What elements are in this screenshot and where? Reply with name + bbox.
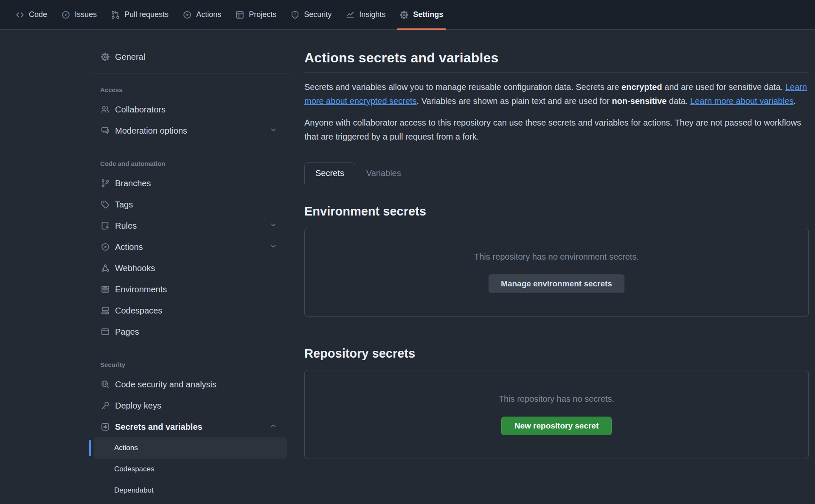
graph-icon [346,11,354,19]
sidebar-item-label: Code security and analysis [115,380,216,389]
sidebar-item-general[interactable]: General [89,46,287,67]
sidebar-divider [89,73,294,73]
sidebar-section-title-security: Security [88,355,294,374]
emphasized-text: encrypted [621,82,662,92]
inline-link[interactable]: Learn more about variables [690,96,793,106]
tag-icon [101,200,110,209]
nav-tab-label: Actions [196,10,221,19]
sidebar-subitem-actions[interactable]: Actions [89,437,287,459]
sidebar-divider [89,348,294,348]
tab-secrets[interactable]: Secrets [304,162,355,184]
sidebar-item-label: Moderation options [115,126,187,136]
sidebar-item-label: Rules [115,221,137,231]
sidebar-item-webhooks[interactable]: Webhooks [89,258,287,279]
code-scan-icon [101,380,110,389]
sidebar-item-moderation-options[interactable]: Moderation options [89,120,287,141]
sidebar-item-secrets-and-variables[interactable]: Secrets and variables [89,416,287,437]
nav-tab-label: Security [304,10,332,19]
nav-tab-actions[interactable]: Actions [176,0,228,29]
sidebar-item-label: Webhooks [115,263,155,273]
issue-opened-icon [62,11,70,19]
code-icon [16,11,24,19]
webhook-icon [101,264,110,272]
nav-tab-label: Code [29,10,47,19]
emphasized-text: non-sensitive [612,96,667,106]
environment-secrets-empty-text: This repository has no environment secre… [474,252,639,262]
sidebar-item-environments[interactable]: Environments [89,279,287,300]
sidebar-item-label: Tags [115,200,133,210]
nav-tab-projects[interactable]: Projects [228,0,284,29]
server-icon [101,285,110,294]
nav-tab-label: Issues [75,10,97,19]
browser-icon [101,328,110,336]
sidebar-item-label: Codespaces [115,306,162,316]
repository-secrets-empty-text: This repository has no secrets. [499,394,614,404]
sidebar-item-label: Deploy keys [115,401,161,411]
page-title: Actions secrets and variables [304,50,809,66]
gear-icon [101,53,110,61]
sidebar-subitem-codespaces[interactable]: Codespaces [89,459,287,480]
shield-icon [291,11,299,19]
sidebar-subitem-label: Codespaces [114,465,155,473]
sidebar-subitem-label: Actions [114,444,138,452]
git-pull-request-icon [111,11,120,19]
sidebar-item-deploy-keys[interactable]: Deploy keys [89,395,287,416]
rules-icon [101,221,110,230]
chevron-down-icon [270,242,277,252]
settings-sidebar: General Access Collaborators Moderation … [88,30,294,501]
sidebar-item-label: Environments [115,285,167,294]
sidebar-item-label: Pages [115,327,139,337]
sidebar-item-label: General [115,52,145,62]
nav-tab-security[interactable]: Security [284,0,339,29]
tab-variables[interactable]: Variables [355,162,412,184]
nav-tab-label: Projects [249,10,276,19]
repository-secrets-box: This repository has no secrets. New repo… [304,370,809,459]
manage-environment-secrets-button[interactable]: Manage environment secrets [489,274,624,293]
codespaces-icon [101,306,110,315]
comment-discussion-icon [101,126,110,135]
sidebar-item-rules[interactable]: Rules [89,215,287,236]
intro-paragraph: Secrets and variables allow you to manag… [304,80,809,108]
main-content: Actions secrets and variables Secrets an… [304,30,809,459]
play-icon [101,243,110,251]
new-repository-secret-button[interactable]: New repository secret [501,417,612,435]
sidebar-item-collaborators[interactable]: Collaborators [89,99,287,120]
key-asterisk-icon [101,423,110,431]
sidebar-section-title-code-automation: Code and automation [88,154,294,173]
sidebar-item-pages[interactable]: Pages [89,321,287,342]
nav-tab-label: Insights [359,10,385,19]
gear-icon [400,11,408,19]
sidebar-item-label: Secrets and variables [115,422,202,432]
nav-tab-issues[interactable]: Issues [54,0,104,29]
sidebar-item-code-security[interactable]: Code security and analysis [89,374,287,395]
title-divider [304,72,809,73]
sidebar-item-codespaces[interactable]: Codespaces [89,300,287,321]
secrets-variables-tabnav: Secrets Variables [304,162,809,184]
sidebar-item-tags[interactable]: Tags [89,194,287,215]
sidebar-item-label: Collaborators [115,105,166,115]
chevron-up-icon [270,422,277,432]
collaborator-paragraph: Anyone with collaborator access to this … [304,116,809,144]
repo-tab-bar: Code Issues Pull requests Actions Projec… [0,0,815,30]
nav-tab-pull-requests[interactable]: Pull requests [104,0,176,29]
sidebar-item-label: Actions [115,242,143,252]
environment-secrets-box: This repository has no environment secre… [304,228,809,317]
nav-tab-label: Pull requests [124,10,169,19]
nav-tab-code[interactable]: Code [8,0,54,29]
sidebar-divider [89,147,294,147]
table-icon [236,11,244,19]
git-branch-icon [101,179,110,188]
nav-tab-insights[interactable]: Insights [339,0,393,29]
sidebar-item-actions[interactable]: Actions [89,236,287,258]
sidebar-subitem-label: Dependabot [114,486,154,495]
nav-tab-settings[interactable]: Settings [393,0,450,29]
sidebar-item-label: Branches [115,179,151,188]
people-icon [101,105,110,114]
chevron-down-icon [270,126,277,136]
repository-secrets-heading: Repository secrets [304,347,809,361]
sidebar-subitem-dependabot[interactable]: Dependabot [89,480,287,501]
key-icon [101,401,110,410]
sidebar-item-branches[interactable]: Branches [89,173,287,194]
play-icon [183,11,191,19]
sidebar-section-title-access: Access [88,80,294,99]
